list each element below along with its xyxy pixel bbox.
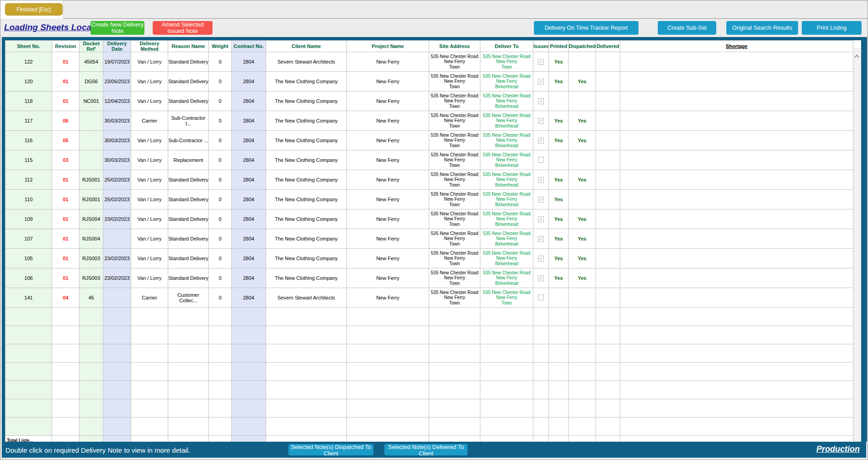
cell-client-name: The New Clothing Company (266, 268, 347, 288)
table-row[interactable]: 10601RJS00323/02/2023Van / LorryStandard… (5, 268, 853, 288)
empty-cell (480, 399, 533, 417)
empty-cell (596, 344, 620, 363)
cell-deliver-to: 535 New Chester Road New Ferry Birkenhea… (480, 131, 533, 150)
empty-cell (52, 363, 80, 381)
cell-revision: 01 (52, 249, 80, 268)
empty-cell (569, 308, 596, 326)
cell-printed: Yes (549, 131, 569, 150)
issued-checkbox (538, 98, 544, 104)
cell-client-name: The New Clothing Company (266, 111, 347, 131)
empty-cell (103, 326, 131, 344)
cell-project-name: New Ferry (347, 190, 429, 209)
cell-delivery-method: Van / Lorry (131, 170, 168, 190)
empty-cell (347, 308, 429, 326)
col-header-shortage[interactable]: Shortage (620, 41, 853, 52)
cell-weight: 0 (209, 190, 232, 209)
empty-cell (103, 363, 131, 381)
cell-docket-ref (80, 111, 103, 131)
cell-delivery-method: Van / Lorry (131, 190, 168, 209)
cell-reason-name: Standard Delivery (168, 268, 209, 288)
scrollbar-track[interactable] (853, 48, 861, 442)
empty-cell (266, 363, 347, 381)
delivery-on-time-tracker-report-button[interactable]: Delivery On Time Tracker Report (534, 21, 639, 35)
cell-contract-no: 2804 (232, 268, 266, 288)
table-row[interactable]: 10901RJS00423/02/2023Van / LorryStandard… (5, 209, 853, 229)
scroll-up-icon[interactable] (855, 55, 859, 59)
original-search-results-button[interactable]: Original Search Results (726, 21, 798, 35)
environment-label: Production (816, 444, 860, 454)
col-header-issued: Issued (533, 41, 549, 52)
empty-cell (52, 308, 80, 326)
cell-contract-no: 2804 (232, 288, 266, 308)
cell-weight: 0 (209, 52, 232, 72)
empty-cell (232, 308, 266, 326)
cell-issued (533, 131, 549, 150)
cell-deliver-to: 535 New Chester Road New Ferry Birkenhea… (480, 229, 533, 249)
empty-cell (168, 417, 209, 436)
cell-shortage (620, 268, 853, 288)
cell-sheet-no: 110 (5, 190, 52, 209)
table-row[interactable]: 11801NC00112/04/2023Van / LorryStandard … (5, 91, 853, 111)
cell-revision: 01 (52, 268, 80, 288)
empty-cell (80, 381, 103, 399)
cell-sheet-no: 112 (5, 170, 52, 190)
selected-notes-dispatched-button[interactable]: Selected Note(s) Dispatched To Client (288, 444, 373, 455)
empty-row (5, 381, 853, 399)
table-row[interactable]: 1150330/03/2023Van / LorryReplacement028… (5, 150, 853, 170)
create-sub-set-button[interactable]: Create Sub-Set (658, 21, 716, 35)
empty-cell (52, 417, 80, 436)
cell-project-name: New Ferry (347, 150, 429, 170)
table-row[interactable]: 122014565419/07/2023Van / LorryStandard … (5, 52, 853, 72)
print-listing-button[interactable]: Print Listing (802, 21, 862, 35)
cell-sheet-no: 107 (5, 229, 52, 249)
cell-dispatched (569, 288, 596, 308)
cell-project-name: New Ferry (347, 52, 429, 72)
cell-dispatched: Yes (569, 209, 596, 229)
cell-docket-ref: RJS004 (80, 209, 103, 229)
cell-reason-name: Sub-Contractor t... (168, 111, 209, 131)
vertical-scrollbar[interactable] (853, 40, 861, 442)
empty-cell (620, 399, 853, 417)
table-row[interactable]: 10501RJS00323/02/2023Van / LorryStandard… (5, 249, 853, 268)
table-row[interactable]: 1160530/03/2023Van / LorrySub-Contractor… (5, 131, 853, 150)
cell-delivered (596, 170, 620, 190)
finished-tab-button[interactable]: Finished [Esc] (5, 3, 63, 16)
empty-cell (209, 381, 232, 399)
empty-cell (569, 399, 596, 417)
table-row[interactable]: 11201RJS00125/02/2023Van / LorryStandard… (5, 170, 853, 190)
cell-revision: 04 (52, 288, 80, 308)
col-header-deliver-to: Deliver To (480, 41, 533, 52)
empty-cell (549, 326, 569, 344)
empty-cell (429, 381, 480, 399)
empty-cell (168, 399, 209, 417)
cell-delivery-method: Van / Lorry (131, 150, 168, 170)
selected-notes-delivered-button[interactable]: Selected Note(s) Delivered To Client (384, 444, 468, 455)
create-new-delivery-note-button[interactable]: Create New Delivery Note (91, 21, 144, 35)
cell-delivered (596, 111, 620, 131)
cell-sheet-no: 109 (5, 209, 52, 229)
empty-row (5, 326, 853, 344)
cell-delivered (596, 91, 620, 111)
table-row[interactable]: 11001RJS00125/02/2023Van / LorryStandard… (5, 190, 853, 209)
empty-cell (168, 326, 209, 344)
cell-sheet-no: 118 (5, 91, 52, 111)
col-header-delivery-method: Delivery Method (131, 41, 168, 52)
cell-dispatched: Yes (569, 131, 596, 150)
empty-cell (5, 399, 52, 417)
empty-cell (232, 399, 266, 417)
cell-reason-name: Sub-Contractor ... (168, 131, 209, 150)
table-row[interactable]: 12001DG5623/06/2023Van / LorryStandard D… (5, 72, 853, 91)
empty-cell (232, 344, 266, 363)
empty-cell (596, 363, 620, 381)
amend-selected-issued-note-button[interactable]: Amend Selected Issued Note (153, 21, 213, 35)
table-row[interactable]: 1170630/03/2023CarrierSub-Contractor t..… (5, 111, 853, 131)
cell-client-name: The New Clothing Company (266, 131, 347, 150)
cell-reason-name: Standard Delivery (168, 91, 209, 111)
issued-checkbox (538, 216, 544, 222)
cell-docket-ref: RJS004 (80, 229, 103, 249)
table-row[interactable]: 10701RJS004Van / LorryStandard Delivery0… (5, 229, 853, 249)
cell-client-name: The New Clothing Company (266, 170, 347, 190)
cell-client-name: Severn Stewart Architects (266, 288, 347, 308)
cell-issued (533, 72, 549, 91)
table-row[interactable]: 1410445CarrierCustomer Collec...02804Sev… (5, 288, 853, 308)
